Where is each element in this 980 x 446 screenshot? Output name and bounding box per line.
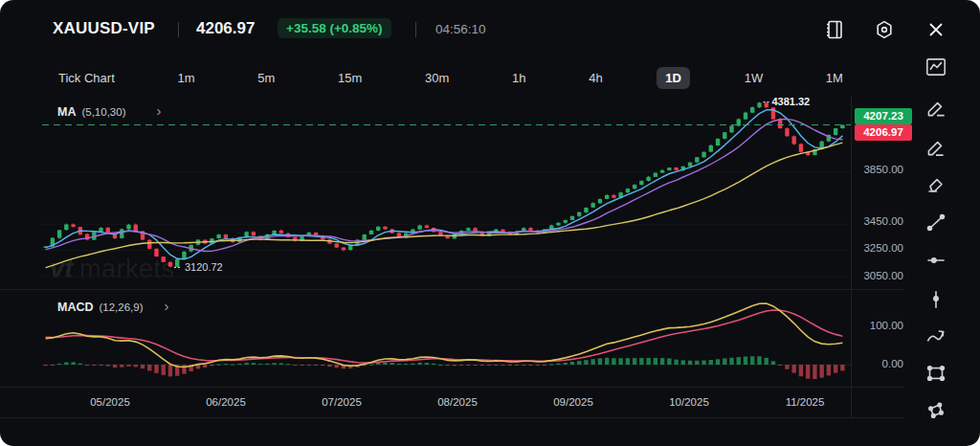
- chevron-right-icon[interactable]: ›: [156, 106, 161, 116]
- wave-arrow-icon[interactable]: [924, 324, 948, 349]
- price-axis-tick: 3050.00: [844, 270, 903, 281]
- rectangle-tool-icon[interactable]: [924, 361, 948, 386]
- axis-separator: [851, 96, 852, 418]
- indicator-chart-icon[interactable]: [924, 55, 948, 79]
- journal-icon[interactable]: [823, 18, 846, 41]
- header-divider: [415, 22, 416, 37]
- timeframe-tick-chart[interactable]: Tick Chart: [50, 67, 123, 89]
- panel-divider: [0, 417, 904, 418]
- ma-label: MA: [57, 105, 76, 119]
- panel-divider: [0, 387, 904, 388]
- price-axis-tick: 3450.00: [844, 215, 903, 227]
- x-axis-tick: 05/2025: [77, 396, 144, 408]
- last-price-tag: 4206.97: [855, 124, 912, 141]
- price-axis-tick: 3850.00: [844, 164, 903, 175]
- macd-axis-tick: 100.00: [844, 320, 903, 331]
- timeframe-4h[interactable]: 4h: [580, 67, 611, 89]
- watermark-text: markets: [79, 255, 175, 283]
- trend-segment-icon[interactable]: [924, 210, 948, 234]
- macd-indicator-row[interactable]: MACD (12,26,9) ›: [57, 301, 169, 314]
- ma-params: (5,10,30): [81, 106, 125, 118]
- polygon-tool-icon[interactable]: [924, 398, 948, 423]
- x-axis-tick: 07/2025: [308, 396, 375, 408]
- macd-label: MACD: [57, 301, 94, 314]
- panel-divider: [0, 289, 904, 290]
- horizontal-line-icon[interactable]: [924, 248, 948, 273]
- x-axis-tick: 08/2025: [424, 396, 491, 408]
- timeframe-5m[interactable]: 5m: [249, 67, 283, 89]
- ma-indicator-row[interactable]: MA (5,10,30) ›: [57, 105, 161, 119]
- timeframe-1m-month[interactable]: 1M: [817, 67, 852, 89]
- ask-price-tag: 4207.23: [855, 108, 912, 124]
- vertical-line-icon[interactable]: [924, 287, 948, 312]
- low-price-annotation: 3120.72: [185, 261, 223, 273]
- price-axis-tick: 3250.00: [844, 242, 903, 254]
- timeframe-1m[interactable]: 1m: [168, 67, 203, 89]
- timeframe-1h[interactable]: 1h: [503, 67, 534, 89]
- trading-chart-window: vtmarkets XAUUSD-VIP 4206.97 +35.58 (+0.…: [0, 0, 980, 446]
- watermark-logo: vt: [50, 255, 74, 283]
- timeframe-1d-selected[interactable]: 1D: [657, 67, 690, 89]
- eraser-icon[interactable]: [924, 172, 948, 197]
- timeframe-15m[interactable]: 15m: [329, 67, 370, 89]
- macd-axis-tick: 0.00: [844, 358, 903, 369]
- annotate-pencil-icon[interactable]: [924, 135, 948, 160]
- price-change-badge: +35.58 (+0.85%): [278, 18, 391, 38]
- broker-watermark: vtmarkets: [50, 255, 175, 284]
- close-icon[interactable]: [924, 18, 947, 41]
- timeframe-30m[interactable]: 30m: [416, 67, 457, 89]
- x-axis-tick: 11/2025: [771, 396, 838, 408]
- header-divider: [178, 22, 179, 37]
- settings-icon[interactable]: [873, 18, 896, 41]
- last-price: 4206.97: [196, 19, 255, 38]
- macd-params: (12,26,9): [100, 301, 144, 313]
- server-time: 04:56:10: [435, 22, 486, 36]
- timeframe-toolbar: Tick Chart 1m 5m 15m 30m 1h 4h 1D 1W 1M: [50, 63, 852, 92]
- chevron-right-icon[interactable]: ›: [165, 301, 169, 311]
- header-bar: XAUUSD-VIP 4206.97 +35.58 (+0.85%) 04:56…: [0, 0, 980, 56]
- symbol-title: XAUUSD-VIP: [53, 19, 155, 38]
- x-axis-tick: 09/2025: [540, 396, 607, 408]
- high-price-annotation: 4381.32: [771, 96, 810, 107]
- pencil-icon[interactable]: [924, 96, 948, 121]
- x-axis-tick: 10/2025: [656, 396, 723, 408]
- x-axis-tick: 06/2025: [192, 396, 259, 408]
- timeframe-1w[interactable]: 1W: [736, 67, 772, 89]
